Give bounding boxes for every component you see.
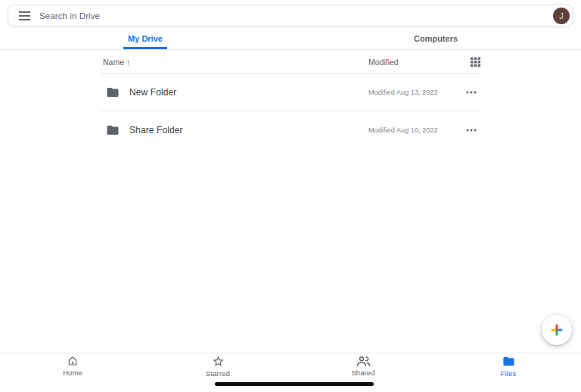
star-icon: [212, 355, 225, 368]
avatar[interactable]: J: [553, 8, 570, 24]
file-row-new-folder[interactable]: New Folder Modified Aug 13, 2022: [100, 74, 483, 111]
nav-shared[interactable]: Shared: [290, 353, 436, 378]
nav-starred[interactable]: Starred: [145, 353, 290, 378]
file-name: Share Folder: [129, 125, 183, 135]
more-options-icon[interactable]: [463, 88, 480, 97]
nav-starred-label: Starred: [206, 369, 230, 378]
folder-icon: [106, 123, 120, 137]
shared-icon: [356, 356, 371, 367]
name-column-header: Name: [103, 58, 124, 67]
nav-shared-label: Shared: [351, 369, 374, 377]
home-indicator[interactable]: [215, 382, 374, 386]
file-list: Name ↑ Modified New Folder Modified Aug …: [100, 50, 483, 148]
grid-view-icon[interactable]: [471, 57, 480, 67]
plus-icon: [548, 322, 565, 338]
nav-files[interactable]: Files: [436, 353, 581, 378]
tab-computers-label: Computers: [409, 30, 462, 49]
files-icon: [502, 355, 515, 368]
tab-my-drive[interactable]: My Drive: [0, 30, 290, 49]
list-header: Name ↑ Modified: [100, 50, 483, 74]
home-icon: [67, 355, 79, 367]
file-modified-date: Modified Aug 10, 2022: [368, 126, 438, 134]
nav-home[interactable]: Home: [0, 353, 145, 378]
nav-home-label: Home: [63, 369, 82, 377]
sort-by-name-button[interactable]: Name ↑: [103, 58, 131, 67]
file-modified-date: Modified Aug 13, 2022: [368, 89, 438, 96]
more-options-icon[interactable]: [463, 126, 480, 135]
search-bar[interactable]: Search in Drive J: [8, 5, 573, 26]
folder-icon: [106, 86, 120, 99]
nav-files-label: Files: [501, 369, 517, 378]
search-input[interactable]: Search in Drive: [39, 11, 100, 20]
new-fab-button[interactable]: [542, 315, 572, 345]
drive-tab-bar: My Drive Computers: [0, 30, 581, 50]
hamburger-menu-icon[interactable]: [17, 8, 32, 23]
file-row-share-folder[interactable]: Share Folder Modified Aug 10, 2022: [100, 111, 483, 148]
tab-my-drive-label: My Drive: [123, 30, 167, 49]
bottom-nav-bar: Home Starred Shared Files: [0, 353, 581, 378]
sort-arrow-up-icon: ↑: [126, 58, 131, 67]
file-name: New Folder: [129, 87, 176, 98]
modified-column-header: Modified: [368, 58, 399, 67]
tab-computers[interactable]: Computers: [290, 30, 581, 49]
